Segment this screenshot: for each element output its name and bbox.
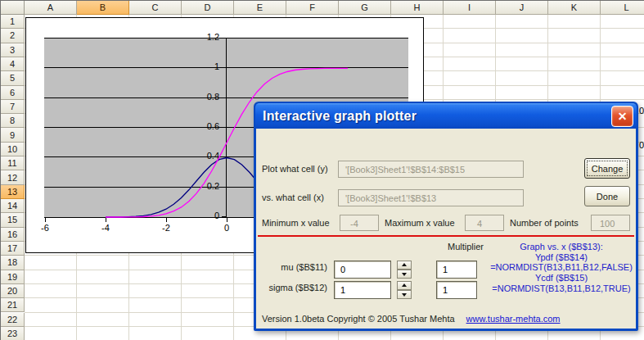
row-header-22[interactable]: 22 (1, 313, 25, 327)
row-header-19[interactable]: 19 (1, 270, 25, 284)
multiplier-label: Multiplier (438, 242, 493, 252)
change-button[interactable]: Change (584, 158, 630, 179)
mu-spinner (397, 261, 412, 279)
column-header-A[interactable]: A (25, 1, 77, 15)
row-header-20[interactable]: 20 (1, 284, 25, 298)
row-header-2[interactable]: 2 (1, 29, 25, 43)
dialog-title: Interactive graph plotter (255, 109, 417, 124)
row-header-13[interactable]: 13 (1, 185, 25, 199)
mu-label: mu ($B$11) (256, 262, 327, 272)
row-header-10[interactable]: 10 (1, 143, 25, 156)
formula-line: =NORMDIST(B13,B11,B12,FALSE) (488, 262, 635, 273)
mu-spinner-up-button[interactable] (397, 261, 412, 270)
row-header-14[interactable]: 14 (1, 199, 25, 213)
sigma-multiplier-field[interactable]: 1 (436, 281, 477, 299)
vs-x-field: '[Book3]Sheet1'!$B$13 (338, 189, 524, 206)
version-footer: Version 1.0beta Copyright © 2005 Tushar … (262, 314, 561, 324)
row-header-16[interactable]: 16 (1, 228, 25, 242)
dialog-body: Plot what cell (y) '[Book3]Sheet1'!$B$14… (256, 129, 636, 329)
row-header-15[interactable]: 15 (1, 213, 25, 227)
done-button[interactable]: Done (584, 186, 630, 206)
row-header-4[interactable]: 4 (1, 57, 25, 71)
column-header-E[interactable]: E (234, 1, 286, 15)
column-header-B[interactable]: B (77, 1, 129, 15)
spinner-down-icon (402, 293, 407, 297)
partial-cell-value: 0 (639, 106, 644, 116)
spinner-down-icon (402, 273, 407, 276)
column-header-K[interactable]: K (548, 1, 601, 15)
num-points-field: 100 (591, 215, 630, 231)
vs-x-label: vs. what cell (x) (262, 193, 324, 202)
num-points-label: Number of points (510, 218, 579, 228)
partial-cell-value: 0 (639, 140, 644, 150)
row-header-12[interactable]: 12 (1, 170, 25, 184)
column-header-H[interactable]: H (391, 1, 444, 15)
row-header-8[interactable]: 8 (1, 114, 25, 128)
sigma-spinner (397, 281, 412, 299)
column-header-L[interactable]: L (601, 1, 644, 15)
column-header-I[interactable]: I (444, 1, 496, 15)
formula-line: Ypdf ($B$14) (488, 252, 635, 263)
mu-multiplier-field[interactable]: 1 (436, 261, 477, 279)
sigma-spinner-up-button[interactable] (397, 281, 412, 290)
version-text: Version 1.0beta Copyright © 2005 Tushar … (262, 314, 455, 324)
min-x-field: -4 (340, 215, 379, 231)
close-icon: ✕ (618, 110, 628, 123)
sigma-spinner-down-button[interactable] (397, 290, 412, 299)
column-header-G[interactable]: G (339, 1, 391, 15)
mu-field[interactable]: 0 (334, 261, 391, 279)
row-header-9[interactable]: 9 (1, 128, 25, 142)
row-header-17[interactable]: 17 (1, 242, 25, 256)
divider-line (258, 235, 634, 237)
close-button[interactable]: ✕ (611, 106, 633, 127)
row-header-18[interactable]: 18 (1, 256, 25, 270)
row-header-3[interactable]: 3 (1, 43, 25, 57)
row-header-7[interactable]: 7 (1, 100, 25, 114)
dialog-titlebar[interactable]: Interactive graph plotter ✕ (255, 103, 637, 129)
max-x-label: Maximum x value (385, 218, 455, 228)
plot-y-field: '[Book3]Sheet1'!$B$14:$B$15 (338, 161, 524, 178)
row-header-6[interactable]: 6 (1, 86, 25, 100)
column-header-F[interactable]: F (286, 1, 339, 15)
column-header-J[interactable]: J (496, 1, 548, 15)
row-header-5[interactable]: 5 (1, 71, 25, 85)
min-x-label: Minimum x value (262, 218, 330, 228)
select-all-corner[interactable] (1, 1, 25, 15)
interactive-graph-plotter-dialog: Interactive graph plotter ✕ Plot what ce… (254, 102, 638, 331)
sigma-label: sigma ($B$12) (256, 283, 327, 292)
formula-info: Graph vs. x ($B$13): Ypdf ($B$14) =NORMD… (488, 242, 635, 294)
mu-spinner-down-button[interactable] (397, 270, 412, 279)
formula-line: Ycdf ($B$15) (488, 273, 635, 283)
formula-line: =NORMDIST(B13,B11,B12,TRUE) (488, 283, 635, 294)
website-link[interactable]: www.tushar-mehta.com (466, 314, 561, 324)
column-header-D[interactable]: D (182, 1, 234, 15)
spinner-up-icon (402, 283, 407, 287)
row-header-11[interactable]: 11 (1, 156, 25, 170)
formula-line: Graph vs. x ($B$13): (488, 242, 635, 252)
row-header-1[interactable]: 1 (1, 15, 25, 29)
column-header-C[interactable]: C (129, 1, 182, 15)
plot-y-label: Plot what cell (y) (262, 164, 328, 174)
row-header-23[interactable]: 23 (1, 327, 25, 340)
row-header-21[interactable]: 21 (1, 298, 25, 312)
spinner-up-icon (402, 263, 407, 266)
sigma-field[interactable]: 1 (334, 281, 391, 299)
max-x-field: 4 (465, 215, 504, 231)
